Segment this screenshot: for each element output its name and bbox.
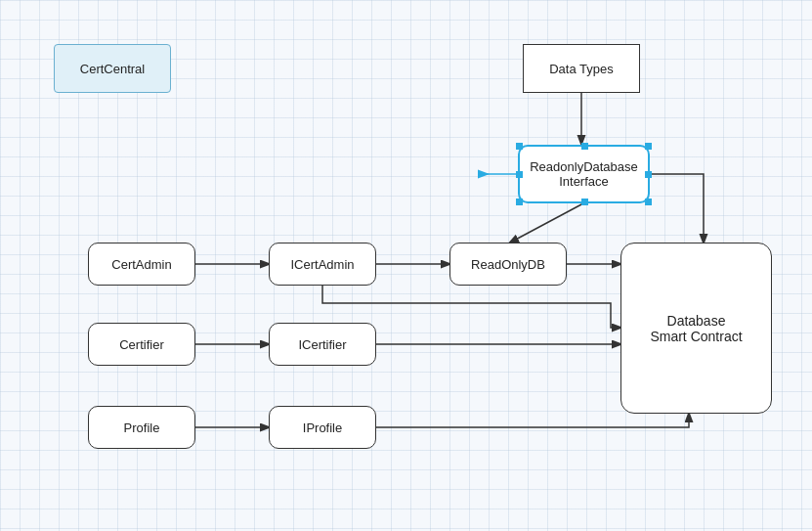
- handle-mr: [645, 171, 652, 178]
- profile-box[interactable]: Profile: [88, 406, 195, 449]
- handle-bl: [516, 199, 523, 205]
- handle-br: [645, 199, 652, 205]
- certifier-box[interactable]: Certifier: [88, 323, 195, 366]
- certcentral-box[interactable]: CertCentral: [54, 44, 171, 93]
- certcentral-label: CertCentral: [80, 62, 145, 76]
- handle-ml: [516, 171, 523, 178]
- svg-line-1: [510, 203, 583, 243]
- handle-bm: [581, 199, 588, 205]
- icertifier-label: ICertifier: [298, 337, 346, 352]
- handle-tr: [645, 143, 652, 150]
- handle-tl: [516, 143, 523, 150]
- handle-tm: [581, 143, 588, 150]
- readonlydb-label: ReadOnlyDB: [471, 257, 545, 272]
- icertadmin-box[interactable]: ICertAdmin: [269, 243, 376, 286]
- certifier-label: Certifier: [119, 337, 164, 352]
- diagram-canvas: CertCentral Data Types ReadonlyDatabase …: [0, 0, 812, 531]
- datatypes-label: Data Types: [549, 62, 614, 76]
- certadmin-label: CertAdmin: [111, 257, 171, 272]
- certadmin-box[interactable]: CertAdmin: [88, 243, 195, 286]
- readonlydb-box[interactable]: ReadOnlyDB: [449, 243, 567, 286]
- icertifier-box[interactable]: ICertifier: [269, 323, 376, 366]
- iprofile-box[interactable]: IProfile: [269, 406, 376, 449]
- iprofile-label: IProfile: [303, 420, 342, 435]
- datatypes-box[interactable]: Data Types: [523, 44, 640, 93]
- readonlydb-interface-box[interactable]: ReadonlyDatabase Interface: [518, 145, 650, 203]
- readonlydb-interface-label: ReadonlyDatabase Interface: [530, 159, 638, 189]
- profile-label: Profile: [124, 420, 160, 435]
- database-smartcontract-box[interactable]: Database Smart Contract: [620, 243, 772, 414]
- database-smartcontract-label: Database Smart Contract: [650, 313, 742, 344]
- icertadmin-label: ICertAdmin: [290, 257, 354, 272]
